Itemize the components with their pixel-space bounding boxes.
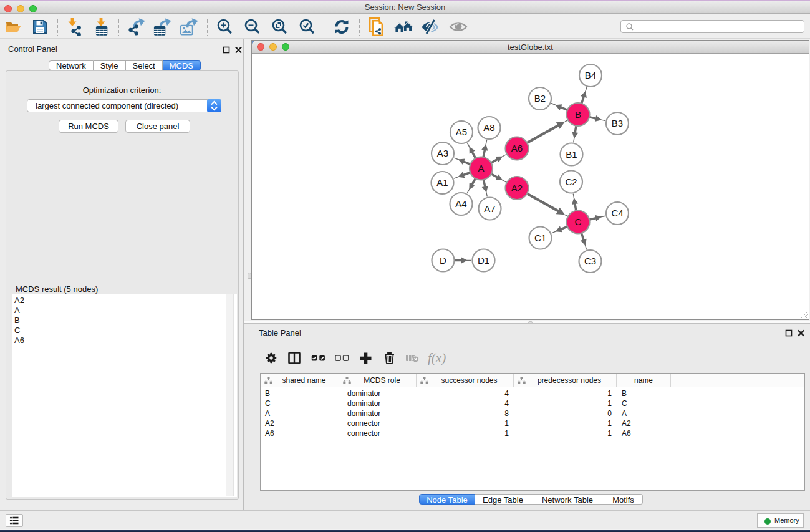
svg-text:B3: B3 [612,118,623,128]
svg-text:B1: B1 [566,149,577,160]
svg-text:A3: A3 [437,148,448,158]
svg-text:B: B [575,109,581,120]
svg-text:A8: A8 [483,122,494,133]
svg-text:C2: C2 [565,177,577,187]
svg-text:C1: C1 [534,233,546,243]
svg-text:A1: A1 [436,177,448,188]
svg-text:C3: C3 [584,256,596,266]
svg-text:A: A [478,163,484,173]
svg-text:A5: A5 [456,127,467,137]
svg-text:C4: C4 [611,208,623,218]
svg-text:D: D [440,255,446,266]
svg-text:D1: D1 [478,255,489,266]
svg-text:A2: A2 [511,183,523,193]
svg-text:A7: A7 [484,203,495,214]
svg-text:C: C [575,216,582,227]
svg-text:B4: B4 [585,70,596,80]
svg-text:A6: A6 [511,143,523,153]
svg-text:A4: A4 [455,198,466,209]
svg-text:B2: B2 [534,93,546,104]
